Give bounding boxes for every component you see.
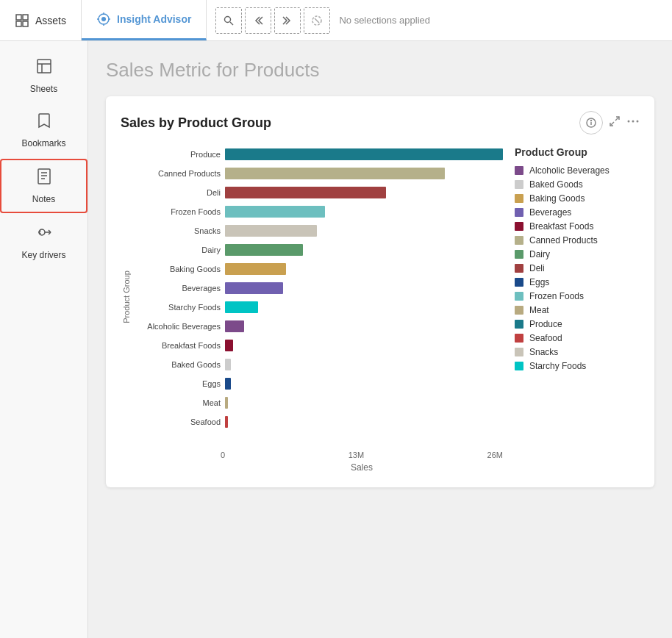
sidebar-item-key-drivers[interactable]: Key drivers [0, 216, 87, 268]
legend-item[interactable]: Eggs [515, 277, 640, 287]
legend-item[interactable]: Starchy Foods [515, 361, 640, 371]
legend-item[interactable]: Breakfast Foods [515, 221, 640, 232]
bar-track [225, 416, 503, 428]
bar-row: Eggs [132, 376, 503, 392]
bar-label: Snacks [132, 226, 221, 235]
bar-fill[interactable] [225, 206, 325, 218]
legend-item[interactable]: Baking Goods [515, 193, 640, 204]
svg-point-10 [225, 16, 231, 22]
bar-row: Snacks [132, 223, 503, 239]
legend-item-label: Alcoholic Beverages [529, 165, 610, 176]
legend-item-label: Beverages [529, 207, 571, 218]
legend-item[interactable]: Baked Goods [515, 179, 640, 190]
bar-label: Deli [132, 188, 221, 197]
svg-rect-3 [23, 21, 28, 26]
chart-info-btn[interactable] [579, 111, 603, 135]
bar-fill[interactable] [225, 282, 283, 294]
bar-row: Seafood [132, 414, 503, 430]
bar-fill[interactable] [225, 320, 244, 332]
cancel-tool-btn[interactable] [304, 7, 330, 34]
legend-item-label: Snacks [529, 347, 558, 357]
key-drivers-icon [35, 223, 53, 245]
bar-fill[interactable] [225, 225, 317, 237]
assets-icon [15, 13, 29, 28]
main-layout: Sheets Bookmarks Notes [0, 41, 672, 638]
bar-label: Frozen Foods [132, 207, 221, 216]
legend-item[interactable]: Meat [515, 305, 640, 315]
bar-fill[interactable] [225, 340, 233, 351]
legend-item[interactable]: Alcoholic Beverages [515, 165, 640, 176]
forward-tool-btn[interactable] [274, 7, 301, 34]
sidebar-item-key-drivers-label: Key drivers [21, 250, 65, 260]
bar-label: Seafood [132, 417, 221, 426]
chart-more-btn[interactable] [626, 115, 640, 130]
legend-item[interactable]: Produce [515, 319, 640, 329]
legend-item[interactable]: Dairy [515, 249, 640, 259]
back-icon [252, 15, 264, 26]
bar-row: Canned Products [132, 165, 503, 182]
bar-fill[interactable] [225, 263, 286, 275]
bar-fill[interactable] [225, 244, 303, 256]
legend-item-label: Deli [529, 263, 545, 273]
forward-icon [282, 15, 293, 26]
bar-track [225, 244, 503, 256]
svg-point-5 [101, 17, 106, 21]
bar-label: Beverages [132, 284, 221, 293]
svg-point-32 [637, 121, 639, 123]
back-tool-btn[interactable] [245, 7, 271, 34]
legend-swatch [515, 292, 523, 301]
bookmarks-icon [36, 112, 52, 134]
legend-swatch [515, 222, 523, 231]
bar-fill[interactable] [225, 359, 231, 370]
bar-fill[interactable] [225, 378, 231, 390]
legend-item[interactable]: Frozen Foods [515, 291, 640, 301]
bar-track [225, 187, 503, 198]
bar-track [225, 168, 503, 179]
x-axis-tick: 26M [487, 451, 503, 459]
chart-expand-btn[interactable] [609, 115, 621, 130]
sidebar-item-bookmarks-label: Bookmarks [21, 138, 65, 148]
bar-track [225, 340, 503, 351]
bar-fill[interactable] [225, 187, 386, 198]
x-axis-ticks: 013M26M [221, 451, 503, 459]
legend-item[interactable]: Beverages [515, 207, 640, 218]
svg-rect-2 [16, 21, 21, 26]
bar-fill[interactable] [225, 148, 503, 160]
sidebar: Sheets Bookmarks Notes [0, 41, 88, 638]
bar-fill[interactable] [225, 397, 228, 409]
bar-fill[interactable] [225, 301, 258, 313]
tab-assets[interactable]: Assets [0, 0, 82, 40]
bar-track [225, 206, 503, 218]
bar-fill[interactable] [225, 168, 445, 179]
legend-item[interactable]: Canned Products [515, 235, 640, 245]
tab-insight-advisor[interactable]: Insight Advisor [82, 0, 207, 40]
legend-item[interactable]: Seafood [515, 333, 640, 343]
legend-swatch [515, 362, 523, 370]
sidebar-item-notes[interactable]: Notes [0, 159, 87, 213]
bar-track [225, 397, 503, 409]
legend-item[interactable]: Deli [515, 263, 640, 273]
legend: Product Group Alcoholic BeveragesBaked G… [515, 146, 640, 473]
sidebar-item-sheets-label: Sheets [30, 84, 57, 94]
svg-rect-0 [16, 15, 21, 20]
more-icon [626, 115, 640, 127]
legend-swatch [515, 278, 523, 287]
page-title: Sales Metric for Products [106, 59, 654, 82]
bar-fill[interactable] [225, 416, 228, 428]
sheets-icon [35, 57, 53, 79]
bar-label: Eggs [132, 379, 221, 388]
svg-point-30 [628, 121, 630, 123]
search-tool-btn[interactable] [215, 7, 242, 34]
chart-actions [579, 111, 640, 135]
svg-point-21 [39, 229, 45, 235]
content-area: Sales Metric for Products Sales by Produ… [88, 41, 672, 638]
sidebar-item-bookmarks[interactable]: Bookmarks [0, 104, 87, 156]
bar-track [225, 263, 503, 275]
legend-item-label: Breakfast Foods [529, 221, 593, 232]
legend-swatch [515, 236, 523, 245]
legend-item[interactable]: Snacks [515, 347, 640, 357]
sidebar-item-sheets[interactable]: Sheets [0, 50, 87, 101]
svg-rect-1 [23, 15, 28, 20]
chart-title: Sales by Product Group [121, 115, 271, 131]
legend-item-label: Canned Products [529, 235, 598, 245]
